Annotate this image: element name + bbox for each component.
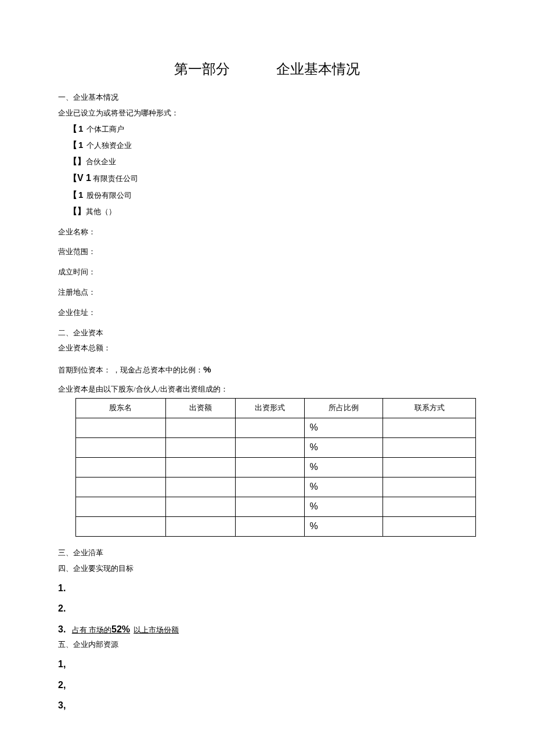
company-name-field: 企业名称： [58,226,476,238]
option-llc: 【V 1 有限责任公司 [68,171,476,186]
initial-capital-text: 首期到位资本： ，现金占总资本中的比例： [58,366,203,374]
shareholder-table-intro: 企业资本是由以下股东/合伙人/出资者出资组成的： [58,384,476,396]
capital-total-field: 企业资本总额： [58,342,476,355]
option-sole-prop: 【1 个人独资企业 [68,138,476,152]
registration-place-field: 注册地点： [58,287,476,299]
table-row: % [76,477,476,497]
business-form-options: 【1 个体工商户 【1 个人独资企业 【】合伙企业 【V 1 有限责任公司 【1… [68,122,476,218]
option-partnership: 【】合伙企业 [68,154,476,168]
option-individual: 【1 个体工商户 [68,122,476,136]
shareholder-table: 股东名 出资额 出资形式 所占比例 联系方式 % % % % % % [75,398,476,537]
resource-item-3: 3, [58,698,476,713]
col-form: 出资形式 [235,398,305,418]
col-amount: 出资额 [165,398,235,418]
col-shareholder: 股东名 [76,398,166,418]
section2-heading: 二、企业资本 [58,327,476,339]
option-other: 【】其他（） [68,204,476,218]
table-header-row: 股东名 出资额 出资形式 所占比例 联系方式 [76,398,476,418]
section3-heading: 三、企业沿革 [58,547,476,559]
section5-heading: 五、企业内部资源 [58,639,476,651]
title-part: 第一部分 [174,58,230,80]
percent-symbol: % [203,364,211,374]
initial-capital-line: 首期到位资本： ，现金占总资本中的比例：% [58,363,476,377]
option-jsc: 【1 股份有限公司 [68,188,476,202]
resource-item-1: 1, [58,657,476,672]
form-type-intro: 企业已设立为或将登记为哪种形式： [58,107,476,120]
table-row: % [76,516,476,536]
business-scope-field: 营业范围： [58,246,476,258]
setup-time-field: 成立时间： [58,266,476,278]
goal-item-2: 2. [58,601,476,616]
company-address-field: 企业住址： [58,307,476,319]
section1-heading: 一、企业基本情况 [58,92,476,104]
goal-item-1: 1. [58,581,476,596]
table-row: % [76,418,476,437]
table-row: % [76,437,476,457]
col-contact: 联系方式 [383,398,476,418]
table-row: % [76,497,476,516]
section4-heading: 四、企业要实现的目标 [58,563,476,575]
title-name: 企业基本情况 [276,58,360,80]
table-row: % [76,457,476,477]
document-title: 第一部分 企业基本情况 [58,58,476,80]
col-ratio: 所占比例 [305,398,383,418]
resource-item-2: 2, [58,678,476,693]
goal-item-3: 3. 占有 市场的52%以上市场份额 [58,622,476,637]
